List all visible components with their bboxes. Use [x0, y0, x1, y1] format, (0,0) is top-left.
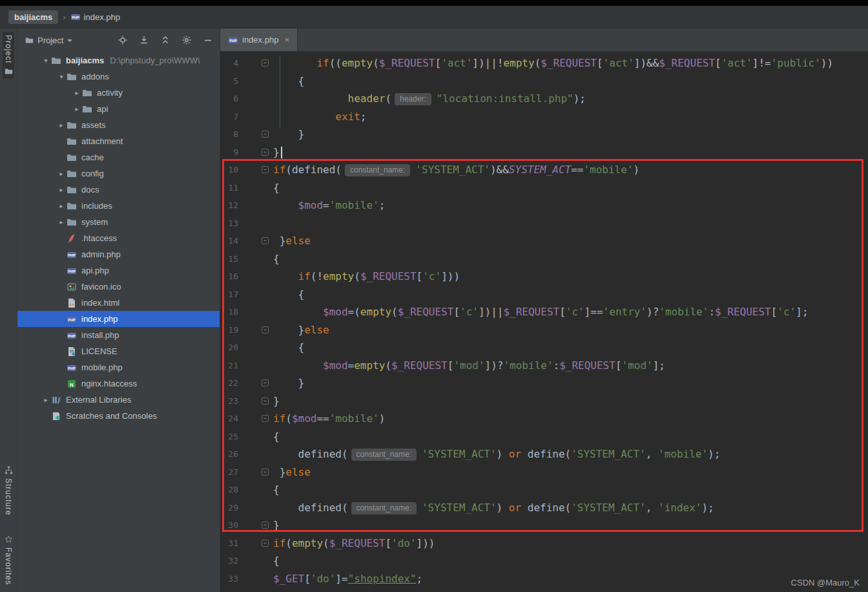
tree-item-install-php[interactable]: PHPinstall.php — [17, 327, 220, 343]
fold-marker-icon[interactable]: − — [262, 131, 269, 138]
chevron-right-icon[interactable]: ▸ — [72, 105, 82, 112]
code-line-10[interactable]: 10−if(defined(constant_name:'SYSTEM_ACT'… — [220, 161, 868, 179]
scroll-from-source-icon[interactable] — [139, 35, 149, 45]
gutter[interactable]: 25 — [220, 428, 273, 446]
close-tab-icon[interactable]: × — [284, 35, 289, 45]
gutter[interactable]: 12 — [220, 196, 273, 215]
code-line-31[interactable]: 31−if(empty($_REQUEST['do'])) — [220, 534, 868, 553]
tree-item-attachment[interactable]: attachment — [17, 133, 220, 149]
gutter[interactable]: 4− — [220, 54, 273, 72]
tree-item-config[interactable]: ▸config — [17, 165, 220, 182]
tree-item-docs[interactable]: ▸docs — [17, 182, 220, 198]
code-line-8[interactable]: 8− } — [220, 125, 868, 143]
code-line-19[interactable]: 19− }else — [220, 321, 868, 339]
code-line-23[interactable]: 23−} — [220, 392, 868, 410]
tree-item-nginx-htaccess[interactable]: Nnginx.htaccess — [17, 375, 220, 392]
code-line-32[interactable]: 32{ — [220, 552, 868, 570]
tree-item-activity[interactable]: ▸activity — [17, 85, 220, 101]
gutter[interactable]: 19− — [220, 321, 273, 339]
code-line-21[interactable]: 21 $mod=empty($_REQUEST['mod'])?'mobile'… — [220, 357, 868, 375]
tree-item-baijiacms[interactable]: ▾baijiacmsD:\phpstudy_pro\WWW\ — [17, 52, 220, 69]
tree-item-addons[interactable]: ▾addons — [17, 69, 220, 85]
code-line-18[interactable]: 18 $mod=(empty($_REQUEST['c'])||$_REQUES… — [220, 303, 868, 321]
tree-item-assets[interactable]: ▸assets — [17, 117, 220, 133]
gutter[interactable]: 13 — [220, 215, 273, 233]
breadcrumb-file[interactable]: index.php — [84, 12, 120, 22]
code-line-22[interactable]: 22− } — [220, 374, 868, 392]
code-line-6[interactable]: 6 header(header:"location:install.php"); — [220, 90, 868, 108]
hide-panel-icon[interactable] — [203, 35, 213, 45]
code-line-17[interactable]: 17 { — [220, 286, 868, 304]
code-line-26[interactable]: 26 defined(constant_name:'SYSTEM_ACT') o… — [220, 445, 868, 463]
gutter[interactable]: 7 — [220, 108, 273, 126]
tree-item-includes[interactable]: ▸includes — [17, 198, 220, 214]
tree-item-license[interactable]: LICENSE — [17, 343, 220, 359]
gutter[interactable]: 11 — [220, 179, 273, 197]
tool-window-project-tab[interactable]: Project — [3, 32, 14, 79]
chevron-right-icon[interactable]: ▸ — [72, 89, 82, 96]
chevron-right-icon[interactable]: ▸ — [56, 122, 67, 129]
fold-marker-icon[interactable]: − — [262, 397, 269, 405]
tree-item-api[interactable]: ▸api — [17, 101, 220, 117]
breadcrumb-project[interactable]: baijiacms — [8, 10, 58, 24]
tree-item-index-php[interactable]: PHPindex.php — [17, 311, 220, 327]
chevron-right-icon[interactable]: ▸ — [41, 396, 51, 403]
code-line-5[interactable]: 5 { — [220, 72, 868, 90]
fold-marker-icon[interactable]: − — [262, 326, 269, 333]
tree-item-scratches-and-consoles[interactable]: Scratches and Consoles — [17, 408, 220, 424]
gutter[interactable]: 33 — [220, 570, 273, 588]
tree-item-external-libraries[interactable]: ▸External Libraries — [17, 392, 220, 408]
code-line-24[interactable]: 24−if($mod=='mobile') — [220, 410, 868, 428]
code-line-28[interactable]: 28{ — [220, 481, 868, 499]
tree-item-api-php[interactable]: PHPapi.php — [17, 262, 220, 279]
gutter[interactable]: 15 — [220, 250, 273, 268]
gutter[interactable]: 23− — [220, 392, 273, 410]
gutter[interactable]: 32 — [220, 552, 273, 570]
fold-marker-icon[interactable]: − — [262, 237, 269, 244]
fold-marker-icon[interactable]: − — [262, 379, 269, 386]
locate-file-icon[interactable] — [118, 35, 128, 45]
code-line-11[interactable]: 11{ — [220, 179, 868, 197]
tree-item-favicon-ico[interactable]: favicon.ico — [17, 279, 220, 295]
gutter[interactable]: 10− — [220, 161, 273, 179]
tree-item-mobile-php[interactable]: PHPmobile.php — [17, 359, 220, 375]
settings-gear-icon[interactable] — [181, 35, 192, 45]
gutter[interactable]: 22− — [220, 374, 273, 392]
gutter[interactable]: 14− — [220, 232, 273, 250]
gutter[interactable]: 24− — [220, 410, 273, 428]
gutter[interactable]: 18 — [220, 303, 273, 321]
chevron-right-icon[interactable]: ▸ — [56, 186, 67, 193]
chevron-right-icon[interactable]: ▸ — [56, 170, 67, 177]
gutter[interactable]: 21 — [220, 357, 273, 375]
gutter[interactable]: 26 — [220, 445, 273, 463]
code-line-27[interactable]: 27− }else — [220, 463, 868, 481]
tool-window-structure-tab[interactable]: Structure — [3, 463, 14, 519]
code-line-13[interactable]: 13 — [220, 215, 868, 233]
code-line-33[interactable]: 33$_GET['do']="shopindex"; — [220, 570, 868, 588]
gutter[interactable]: 8− — [220, 125, 273, 143]
code-line-16[interactable]: 16 if(!empty($_REQUEST['c'])) — [220, 268, 868, 286]
code-line-30[interactable]: 30−} — [220, 516, 868, 534]
gutter[interactable]: 17 — [220, 286, 273, 304]
code-line-34[interactable]: 34 — [220, 587, 868, 592]
gutter[interactable]: 20 — [220, 339, 273, 357]
fold-marker-icon[interactable]: − — [262, 166, 269, 173]
code-line-14[interactable]: 14− }else — [220, 232, 868, 250]
code-line-12[interactable]: 12 $mod='mobile'; — [220, 196, 868, 215]
project-view-selector[interactable]: Project — [25, 36, 72, 45]
fold-marker-icon[interactable]: − — [262, 540, 269, 547]
gutter[interactable]: 9− — [220, 143, 273, 162]
gutter[interactable]: 27− — [220, 463, 273, 481]
gutter[interactable]: 30− — [220, 516, 273, 534]
tool-window-favorites-tab[interactable]: Favorites — [3, 532, 14, 588]
code-line-25[interactable]: 25{ — [220, 428, 868, 446]
gutter[interactable]: 34 — [220, 587, 273, 592]
code-line-20[interactable]: 20 { — [220, 339, 868, 357]
tree-item-admin-php[interactable]: PHPadmin.php — [17, 246, 220, 262]
tree-item-cache[interactable]: cache — [17, 149, 220, 165]
chevron-down-icon[interactable]: ▾ — [41, 57, 51, 64]
gutter[interactable]: 31− — [220, 534, 273, 553]
tree-item-index-html[interactable]: <>index.html — [17, 295, 220, 311]
collapse-all-icon[interactable] — [160, 35, 170, 45]
tree-item-system[interactable]: ▸system — [17, 214, 220, 230]
